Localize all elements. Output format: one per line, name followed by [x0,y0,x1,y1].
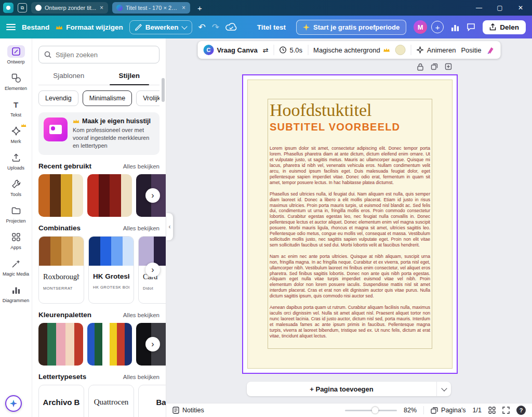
regenerate-button[interactable]: ⇄ [263,46,269,54]
chip-levendig[interactable]: Levendig [38,90,78,106]
tab-sjablonen[interactable]: Sjablonen [38,67,99,85]
rail-item-uploads[interactable]: Uploads [1,148,31,174]
grid-view-icon[interactable] [488,407,496,414]
search-field[interactable] [56,51,154,59]
style-picker-button[interactable] [486,46,495,54]
canva-app-icon[interactable] [3,3,14,13]
chip-minimalisme[interactable]: Minimalisme [83,90,132,106]
canvas-area[interactable]: C Vraag Canva ⇄ 5.0s Magische achtergron… [166,38,532,417]
comments-icon[interactable] [467,23,475,31]
document-body[interactable]: Lorem ipsum dolor sit amet, consectetur … [270,146,430,338]
palette-card[interactable] [87,174,132,217]
body-text-paragraph[interactable]: Nam ac enim nec ante porta ultricies. Qu… [270,254,430,299]
rail-item-ontwerp[interactable]: Ontwerp [1,42,31,68]
chip-vrolijk[interactable]: Vrolijk [136,90,159,106]
document-heading[interactable]: Hoofdstuktitel [270,100,430,120]
add-member-button[interactable]: + [431,21,444,33]
canva-assistant-button[interactable] [5,395,22,412]
rail-item-tools[interactable]: Tools [1,174,31,201]
redo-button[interactable]: ↷ [212,23,219,32]
new-tab-button[interactable]: + [194,4,205,12]
alles-bekijken-link[interactable]: Alles bekijken [123,312,159,318]
tab-overview-icon[interactable]: ⧉ [18,3,27,12]
scroll-right-button[interactable]: › [145,337,160,351]
panel-scrollbar[interactable] [162,78,165,102]
minimize-window-button[interactable]: — [471,0,487,16]
palette-card[interactable] [38,323,83,366]
background-color-swatch[interactable] [395,45,406,55]
brand-kit-promo-card[interactable]: Maak je eigen huisstijl Kom professionee… [38,112,159,155]
lock-icon[interactable] [417,63,424,71]
body-text-paragraph[interactable]: Phasellus sed ultricies nulla, id feugia… [270,191,430,248]
page-background[interactable]: Hoofdstuktitel SUBTITEL VOORBEELD Lorem … [247,80,453,369]
font-combo-card[interactable]: HK Grotesk B HK GROTESK BOLD [88,236,134,304]
tab-stijlen[interactable]: Stijlen [99,67,160,85]
rail-item-tekst[interactable]: T Tekst [1,95,31,121]
search-input[interactable] [38,46,159,63]
font-set-card[interactable]: Ba [138,385,166,417]
section-title: Kleurenpaletten [38,311,91,319]
close-tab-icon[interactable]: × [99,4,104,11]
add-page-options-button[interactable] [436,382,451,396]
duplicate-page-icon[interactable] [431,63,438,70]
fullscreen-icon[interactable] [502,407,510,414]
design-page-selected[interactable]: Hoofdstuktitel SUBTITEL VOORBEELD Lorem … [242,74,458,374]
document-title[interactable]: Titel test [257,23,286,31]
format-resize-button[interactable]: Formaat wijzigen [56,23,123,31]
animate-button[interactable]: Animeren [417,46,456,54]
cloud-sync-icon[interactable] [225,23,237,31]
add-page-icon[interactable] [445,63,452,70]
add-page-button[interactable]: + Pagina toevoegen [247,382,451,396]
context-toolbar: C Vraag Canva ⇄ 5.0s Magische achtergron… [198,41,501,59]
trial-button[interactable]: Start je gratis proefperiode [296,20,406,35]
rail-item-projecten[interactable]: Projecten [1,201,31,227]
position-button[interactable]: Positie [461,46,481,54]
body-text-paragraph[interactable]: Lorem ipsum dolor sit amet, consectetur … [270,146,430,185]
pages-label: Pagina's [441,407,466,414]
alles-bekijken-link[interactable]: Alles bekijken [123,225,159,231]
zoom-slider[interactable] [345,410,397,411]
bewerken-dropdown[interactable]: Bewerken [129,20,192,34]
maximize-window-button[interactable]: ▢ [491,0,508,16]
alles-bekijken-link[interactable]: Alles bekijken [123,374,159,380]
magic-background-button[interactable]: Magische achtergrond [313,46,390,54]
palette-card[interactable] [38,174,83,217]
avatar[interactable]: M [414,20,427,34]
chevron-left-icon: ‹ [169,223,171,230]
page-text-frame[interactable]: Hoofdstuktitel SUBTITEL VOORBEELD Lorem … [268,99,432,349]
close-tab-icon[interactable]: × [181,4,186,11]
help-button[interactable]: ? [516,406,526,415]
notes-button[interactable]: Notities [172,407,204,414]
font-set-card[interactable]: Archivo B [38,385,84,417]
promo-title: Maak je eigen huisstijl [73,118,151,125]
palette-card[interactable] [87,323,132,366]
zoom-slider-thumb[interactable] [372,407,379,414]
scroll-right-button[interactable]: › [145,188,160,203]
browser-tab-inactive[interactable]: Ontwerp zonder tit... × [31,2,108,14]
share-button[interactable]: Delen [483,20,526,34]
rail-item-diagrammen[interactable]: Diagrammen [1,280,31,307]
search-icon [44,51,51,58]
document-subtitle[interactable]: SUBTITEL VOORBEELD [270,121,430,133]
body-text-paragraph[interactable]: Aenean dapibus porta quam ut rutrum. Cur… [270,305,430,338]
browser-tab-active[interactable]: Titel test - 170 × 24... × [112,2,190,14]
pages-toggle-button[interactable]: Pagina's [431,407,466,414]
menu-bestand[interactable]: Bestand [22,23,49,31]
font-set-card[interactable]: Quattrocen [88,385,134,417]
rail-item-magic-media[interactable]: Magic Media [1,254,31,280]
ask-canva-button[interactable]: C Vraag Canva [204,45,258,55]
collapse-panel-button[interactable]: ‹ [166,213,173,240]
font-combo-card[interactable]: RoxboroughC MONTSERRAT [38,236,84,304]
rail-item-elementen[interactable]: Elementen [1,68,31,95]
undo-button[interactable]: ↶ [198,23,206,32]
rail-item-merk[interactable]: Merk [1,121,31,148]
insights-icon[interactable] [451,23,459,31]
menu-icon[interactable] [6,23,16,31]
close-window-button[interactable]: ✕ [512,0,529,16]
duration-button[interactable]: 5.0s [280,46,303,54]
alles-bekijken-link[interactable]: Alles bekijken [123,163,159,170]
rail-item-apps[interactable]: Apps [1,227,31,254]
scroll-right-button[interactable]: › [145,263,160,277]
browser-window-bar: ⧉ Ontwerp zonder tit... × Titel test - 1… [0,0,532,16]
canva-app-window: ⧉ Ontwerp zonder tit... × Titel test - 1… [0,0,532,417]
